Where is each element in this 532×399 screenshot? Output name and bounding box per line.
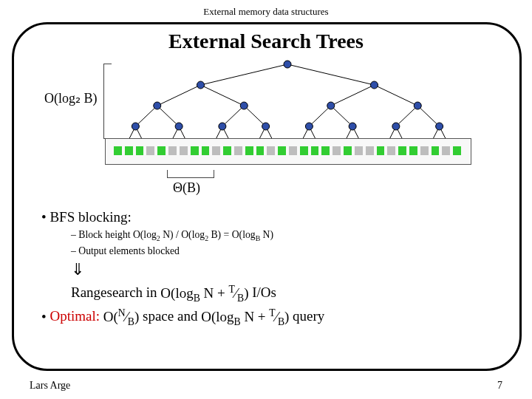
leaf-cell [168, 146, 177, 155]
svg-point-30 [284, 61, 291, 68]
bullet-output-blocked: Output elements blocked [41, 244, 499, 259]
optimal-label: Optimal: [50, 309, 100, 324]
leaf-cell [311, 146, 319, 155]
leaf-cell [146, 146, 154, 155]
svg-point-42 [349, 123, 356, 130]
leaf-cell [289, 146, 297, 155]
leaf-cell [223, 146, 231, 155]
leaf-cell [191, 146, 199, 155]
leaf-cell [245, 146, 253, 155]
leaf-cell [267, 146, 275, 155]
svg-line-0 [201, 64, 288, 85]
math-theta-b: Θ(B) [173, 180, 200, 196]
leaf-cell [420, 146, 429, 155]
leaf-cell [114, 146, 122, 155]
svg-line-6 [135, 106, 157, 126]
header-text: External memory data structures [0, 6, 532, 18]
svg-point-31 [197, 81, 205, 89]
bullet-bfs: BFS blocking: [41, 207, 499, 228]
leaf-cell [202, 146, 210, 155]
leaf-cell [387, 146, 395, 155]
svg-line-10 [309, 106, 330, 126]
bullet-block-height: Block height O(log2 N) / O(log2 B) = O(l… [41, 228, 499, 244]
leaf-blocks [114, 146, 461, 155]
leaf-cell [442, 146, 450, 155]
footer-author: Lars Arge [30, 380, 70, 392]
svg-point-41 [305, 123, 313, 130]
leaf-cell [300, 146, 308, 155]
slide-title: External Search Trees [0, 30, 532, 53]
tree-diagram [59, 61, 473, 179]
svg-line-4 [331, 85, 375, 106]
leaf-cell [321, 146, 330, 155]
svg-line-13 [417, 106, 439, 126]
svg-point-34 [240, 102, 248, 109]
leaf-cell [125, 146, 133, 155]
bullet-arrow: ⇓ [41, 258, 499, 282]
svg-line-8 [222, 106, 244, 126]
rangesearch-suffix: I/Os [248, 285, 276, 301]
svg-point-36 [414, 102, 421, 109]
footer-page: 7 [497, 380, 502, 392]
leaf-cell [453, 146, 461, 155]
leaf-cell [355, 146, 363, 155]
optimal-query-formula: O(logB N + T⁄B) [201, 309, 289, 324]
leaf-cell [409, 146, 417, 155]
rangesearch-formula: O(logB N + T⁄B) [160, 285, 248, 301]
svg-point-44 [436, 123, 443, 130]
svg-line-1 [287, 64, 375, 85]
leaf-cell [344, 146, 352, 155]
bullet-list: BFS blocking: Block height O(log2 N) / O… [41, 207, 499, 329]
optimal-space-formula: O(N⁄B) [103, 309, 140, 324]
leaf-cell [180, 146, 188, 155]
svg-line-5 [375, 85, 418, 106]
leaf-cell [157, 146, 166, 155]
optimal-end: query [289, 309, 324, 324]
svg-point-37 [132, 123, 139, 130]
bullet-optimal: Optimal: O(N⁄B) space and O(logB N + T⁄B… [41, 305, 499, 329]
rangesearch-prefix: Rangesearch in [71, 285, 160, 301]
svg-line-11 [331, 106, 352, 126]
leaf-cell [278, 146, 286, 155]
leaf-cell [332, 146, 341, 155]
svg-line-9 [244, 106, 265, 126]
theta-bracket [167, 170, 214, 178]
svg-line-3 [201, 85, 245, 106]
leaf-cell [234, 146, 242, 155]
leaf-cell [136, 146, 144, 155]
leaf-cell [432, 146, 440, 155]
optimal-mid: space and [139, 309, 201, 324]
svg-point-39 [219, 123, 226, 130]
svg-point-43 [392, 123, 400, 130]
svg-point-33 [154, 102, 161, 109]
svg-line-7 [157, 106, 179, 126]
block-height-formula: O(log2 N) / O(log2 B) = O(logB N) [133, 229, 273, 240]
svg-point-35 [327, 102, 335, 109]
leaf-cell [377, 146, 385, 155]
svg-point-40 [262, 123, 270, 130]
leaf-cell [212, 146, 220, 155]
svg-line-2 [157, 85, 201, 106]
svg-line-12 [396, 106, 417, 126]
leaf-cell [256, 146, 265, 155]
svg-point-38 [175, 123, 183, 130]
leaf-cell [398, 146, 406, 155]
leaf-cell [366, 146, 374, 155]
bullet-rangesearch: Rangesearch in O(logB N + T⁄B) I/Os [41, 282, 499, 305]
svg-point-32 [371, 81, 378, 89]
block-height-label: Block height [78, 229, 130, 240]
